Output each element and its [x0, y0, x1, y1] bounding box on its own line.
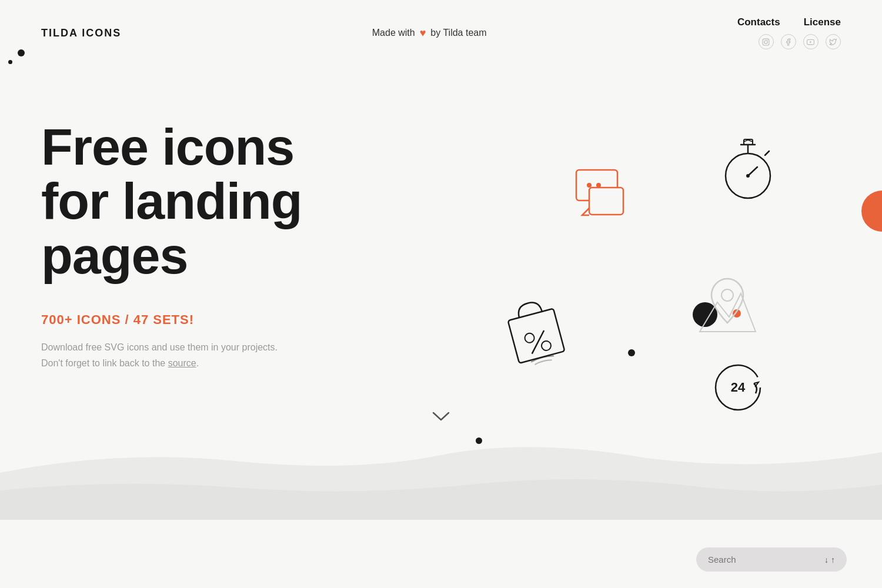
heart-icon: ♥ [420, 27, 426, 39]
desc-end: . [196, 358, 199, 368]
twitter-icon[interactable] [826, 34, 841, 49]
arrow-up-icon[interactable]: ↑ [831, 555, 835, 564]
youtube-icon[interactable] [803, 34, 818, 49]
svg-line-13 [765, 151, 769, 155]
facebook-icon[interactable] [781, 34, 796, 49]
hero-title: Free icons for landing pages [41, 120, 441, 283]
logo[interactable]: TILDA ICONS [41, 27, 121, 39]
svg-rect-17 [508, 309, 565, 363]
license-link[interactable]: License [804, 16, 841, 28]
svg-point-1 [764, 40, 767, 43]
dot-near-bag [628, 349, 635, 356]
search-input[interactable] [708, 554, 820, 564]
header-right: Contacts License [737, 16, 841, 49]
svg-text:24: 24 [731, 380, 746, 395]
hero-title-line2: for landing pages [41, 172, 302, 284]
hero-section: Free icons for landing pages 700+ ICONS … [0, 49, 882, 520]
dot-decor-1 [18, 49, 25, 56]
search-arrows: ↓ ↑ [824, 555, 835, 564]
dot-decor-2 [8, 60, 12, 64]
svg-point-19 [540, 340, 552, 352]
header-tagline: Made with ♥ by Tilda team [372, 27, 487, 39]
svg-point-18 [524, 332, 536, 344]
svg-line-11 [748, 167, 757, 176]
chevron-down-icon[interactable] [432, 410, 450, 426]
svg-rect-7 [589, 188, 623, 215]
svg-point-12 [746, 174, 750, 178]
instagram-icon[interactable] [759, 34, 774, 49]
main-nav: Contacts License [737, 16, 841, 28]
map-icon [697, 273, 759, 346]
tagline-suffix: by Tilda team [430, 28, 486, 38]
svg-point-21 [721, 289, 733, 301]
desc-line1: Download free SVG icons and use them in … [41, 342, 278, 352]
svg-point-5 [587, 183, 592, 188]
svg-line-16 [748, 140, 753, 142]
hero-text: Free icons for landing pages 700+ ICONS … [41, 120, 441, 372]
arrow-down-icon[interactable]: ↓ [824, 555, 828, 564]
shopping-bag-icon [497, 290, 572, 373]
24h-icon: 24 [711, 361, 764, 416]
source-link[interactable]: source [168, 358, 196, 368]
contacts-link[interactable]: Contacts [737, 16, 780, 28]
svg-point-2 [767, 39, 768, 40]
chat-icon [570, 167, 635, 225]
description: Download free SVG icons and use them in … [41, 339, 288, 371]
svg-rect-0 [763, 39, 770, 45]
orange-half-circle [861, 191, 882, 232]
hero-title-line1: Free icons [41, 118, 294, 176]
header: TILDA ICONS Made with ♥ by Tilda team Co… [0, 0, 882, 49]
search-bar: ↓ ↑ [696, 547, 847, 572]
stopwatch-icon [720, 138, 776, 205]
tagline-prefix: Made with [372, 28, 415, 38]
social-icons [759, 34, 841, 49]
svg-marker-3 [810, 41, 812, 42]
desc-line2: Don't forget to link back to the [41, 358, 165, 368]
stats-line: 700+ ICONS / 47 SETS! [41, 312, 441, 328]
